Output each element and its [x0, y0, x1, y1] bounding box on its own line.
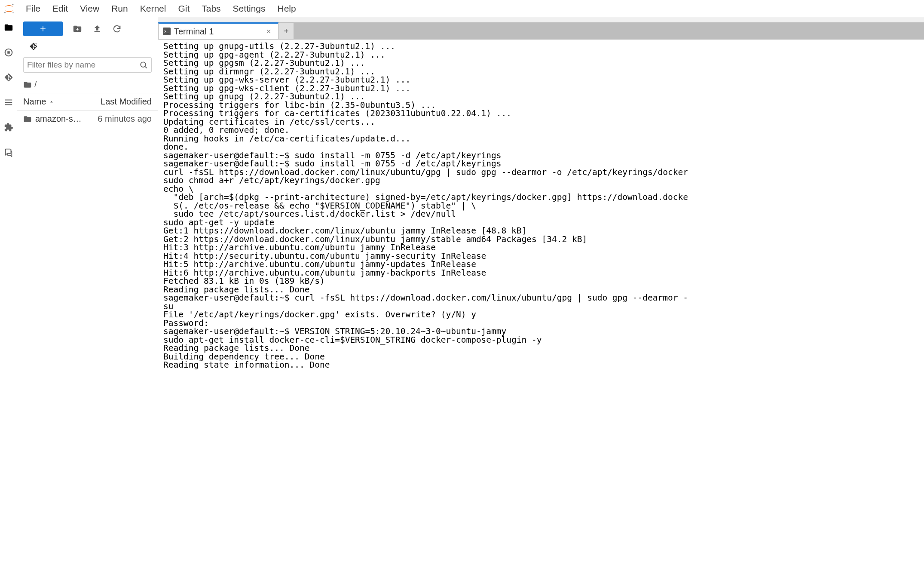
terminal-icon — [163, 28, 171, 35]
list-item[interactable]: amazon-s… 6 minutes ago — [17, 111, 158, 127]
menu-edit[interactable]: Edit — [46, 0, 74, 17]
refresh-icon[interactable] — [112, 24, 122, 34]
activity-toc-icon[interactable] — [3, 96, 15, 108]
file-name: amazon-s… — [35, 114, 82, 124]
menu-tabs[interactable]: Tabs — [196, 0, 226, 17]
folder-icon — [23, 115, 32, 123]
menu-git[interactable]: Git — [172, 0, 196, 17]
activity-extensions-icon[interactable] — [3, 121, 15, 133]
file-list-header: Name Last Modified — [17, 93, 158, 111]
activity-git-icon[interactable] — [3, 71, 15, 83]
svg-rect-5 — [7, 51, 10, 54]
new-tab-button[interactable] — [278, 22, 294, 39]
activity-filebrowser-icon[interactable] — [3, 21, 15, 34]
breadcrumb-root[interactable]: / — [34, 80, 37, 89]
git-actions-row — [17, 40, 158, 54]
activity-bar — [0, 17, 17, 565]
file-browser-toolbar — [17, 17, 158, 40]
activity-chat-icon[interactable] — [3, 146, 15, 158]
file-browser-panel: / Name Last Modified amazon-s… — [17, 17, 158, 565]
upload-icon[interactable] — [92, 24, 102, 34]
column-name-label[interactable]: Name — [23, 97, 46, 107]
breadcrumb[interactable]: / — [17, 77, 158, 93]
menu-kernel[interactable]: Kernel — [134, 0, 172, 17]
svg-point-1 — [12, 3, 13, 5]
menu-file[interactable]: File — [20, 0, 46, 17]
activity-running-icon[interactable] — [3, 46, 15, 58]
file-modified: 6 minutes ago — [87, 114, 152, 124]
column-modified-label[interactable]: Last Modified — [87, 97, 152, 107]
svg-point-7 — [141, 62, 146, 67]
folder-icon — [23, 80, 32, 89]
main-content: Terminal 1 Setting up gnupg-utils (2.2.2… — [158, 17, 924, 565]
sort-asc-icon[interactable] — [49, 99, 55, 105]
new-folder-icon[interactable] — [72, 24, 83, 34]
close-icon[interactable] — [263, 28, 274, 35]
menu-settings[interactable]: Settings — [227, 0, 272, 17]
search-icon[interactable] — [139, 61, 148, 69]
file-filter-input[interactable] — [27, 60, 136, 70]
svg-point-3 — [12, 12, 14, 13]
tab-bar: Terminal 1 — [158, 22, 924, 40]
svg-point-2 — [4, 12, 6, 13]
jupyter-logo — [3, 2, 15, 15]
menu-view[interactable]: View — [74, 0, 105, 17]
tab-terminal-1[interactable]: Terminal 1 — [158, 22, 278, 39]
terminal-output[interactable]: Setting up gnupg-utils (2.2.27-3ubuntu2.… — [163, 42, 924, 369]
new-launcher-button[interactable] — [23, 21, 63, 36]
file-filter — [17, 54, 158, 77]
menu-run[interactable]: Run — [105, 0, 134, 17]
tab-label: Terminal 1 — [174, 27, 260, 37]
menubar: File Edit View Run Kernel Git Tabs Setti… — [0, 0, 924, 17]
git-clone-icon[interactable] — [29, 42, 38, 51]
terminal-pane[interactable]: Setting up gnupg-utils (2.2.27-3ubuntu2.… — [158, 40, 924, 565]
menu-help[interactable]: Help — [272, 0, 302, 17]
